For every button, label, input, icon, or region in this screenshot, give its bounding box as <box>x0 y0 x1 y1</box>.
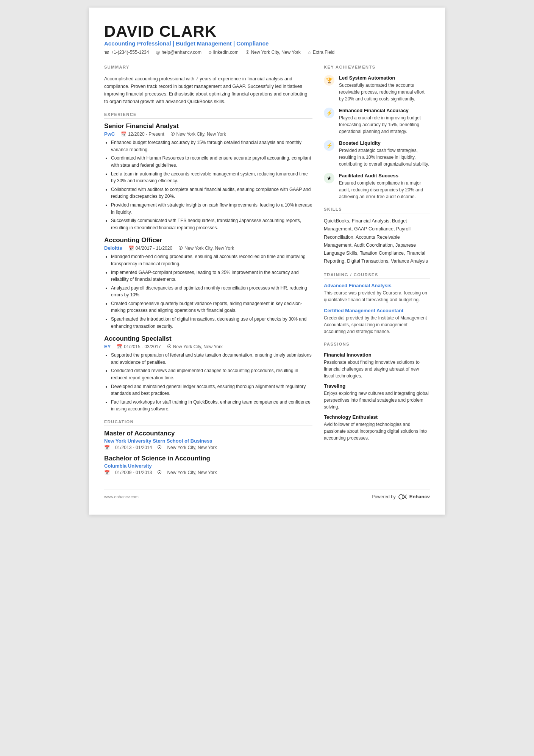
achievement-content-2: Boosted Liquidity Provided strategic cas… <box>339 140 430 167</box>
calendar-icon-0: 📅 <box>121 131 126 137</box>
pin-icon-2: ⦿ <box>167 344 172 349</box>
achievement-2: ⚡ Boosted Liquidity Provided strategic c… <box>324 140 430 167</box>
job-accounting-specialist: Accounting Specialist EY 📅 01/2015 - 03/… <box>104 335 312 413</box>
candidate-name: DAVID CLARK <box>104 23 430 40</box>
achievement-desc-3: Ensured complete compliance in a major a… <box>339 180 430 200</box>
achievement-desc-2: Provided strategic cash flow strategies,… <box>339 147 430 167</box>
job-meta-0: PwC 📅 12/2020 - Present ⦿ New York City,… <box>104 131 312 137</box>
passions-section: PASSIONS Financial Innovation Passionate… <box>324 342 430 441</box>
passion-desc-1: Enjoys exploring new cultures and integr… <box>324 390 430 410</box>
achievement-1: ⚡ Enhanced Financial Accuracy Played a c… <box>324 108 430 135</box>
bullet-item: Successfully communicated with TES headq… <box>111 217 312 231</box>
calendar-icon-1: 📅 <box>128 246 134 251</box>
education-section: EDUCATION Master of Accountancy New York… <box>104 419 312 475</box>
edu-degree-1: Bachelor of Science in Accounting <box>104 455 312 462</box>
achievement-title-3: Facilitated Audit Success <box>339 173 430 178</box>
skills-label: SKILLS <box>324 207 430 213</box>
bullet-item: Facilitated workshops for staff training… <box>111 399 312 413</box>
education-label: EDUCATION <box>104 419 312 426</box>
achievement-title-2: Boosted Liquidity <box>339 140 430 146</box>
job-senior-financial-analyst: Senior Financial Analyst PwC 📅 12/2020 -… <box>104 122 312 231</box>
passion-item-2: Technology Enthusiast Avid follower of e… <box>324 414 430 441</box>
bullet-item: Conducted detailed reviews and implement… <box>111 367 312 381</box>
email-value: help@enhancv.com <box>162 50 201 55</box>
achievements-label: KEY ACHIEVEMENTS <box>324 65 430 71</box>
passion-item-0: Financial Innovation Passionate about fi… <box>324 352 430 379</box>
edu-meta-1: 📅 01/2009 - 01/2013 ⦿ New York City, New… <box>104 470 312 475</box>
job-company-2: EY <box>104 344 111 349</box>
edu-item-0: Master of Accountancy New York Universit… <box>104 430 312 450</box>
job-location-1: ⦿ New York City, New York <box>178 246 234 251</box>
job-meta-2: EY 📅 01/2015 - 03/2017 ⦿ New York City, … <box>104 344 312 349</box>
passion-item-1: Traveling Enjoys exploring new cultures … <box>324 383 430 410</box>
bullet-item: Managed month-end closing procedures, en… <box>111 253 312 267</box>
job-location-2: ⦿ New York City, New York <box>167 344 223 349</box>
training-item-0: Advanced Financial Analysis This course … <box>324 283 430 303</box>
passion-name-2: Technology Enthusiast <box>324 414 430 420</box>
achievement-3: ★ Facilitated Audit Success Ensured comp… <box>324 173 430 200</box>
contact-bar: ☎ +1-(234)-555-1234 @ help@enhancv.com ⊘… <box>104 50 430 59</box>
pin-icon-0: ⦿ <box>170 131 175 137</box>
footer-brand: Powered by Enhancv <box>372 494 430 499</box>
edu-pin-icon-0: ⦿ <box>157 445 162 450</box>
bullet-item: Coordinated with Human Resources to reco… <box>111 155 312 169</box>
job-date-2: 📅 01/2015 - 03/2017 <box>117 344 161 349</box>
email-icon: @ <box>156 50 160 55</box>
phone-value: +1-(234)-555-1234 <box>111 50 149 55</box>
phone-contact: ☎ +1-(234)-555-1234 <box>104 50 149 55</box>
edu-date-0: 01/2013 - 01/2014 <box>115 445 152 450</box>
edu-calendar-icon-1: 📅 <box>104 470 110 475</box>
trophy-icon: 🏆 <box>324 75 334 86</box>
skills-text: QuickBooks, Financial Analysis, Budget M… <box>324 217 430 266</box>
bullet-item: Spearheaded the introduction of digital … <box>111 316 312 330</box>
content-area: SUMMARY Accomplished accounting professi… <box>104 65 430 482</box>
passion-name-0: Financial Innovation <box>324 352 430 358</box>
achievement-0: 🏆 Led System Automation Successfully aut… <box>324 75 430 102</box>
job-company-0: PwC <box>104 131 115 137</box>
edu-item-1: Bachelor of Science in Accounting Columb… <box>104 455 312 475</box>
bullet-item: Provided management with strategic insig… <box>111 202 312 216</box>
calendar-icon-2: 📅 <box>117 344 122 349</box>
experience-section: EXPERIENCE Senior Financial Analyst PwC … <box>104 112 312 413</box>
edu-school-1: Columbia University <box>104 463 312 469</box>
achievement-desc-1: Played a crucial role in improving budge… <box>339 114 430 135</box>
training-item-1: Certified Management Accountant Credenti… <box>324 308 430 335</box>
edu-pin-icon-1: ⦿ <box>157 470 162 475</box>
extra-icon: ☆ <box>308 50 311 55</box>
extra-value: Extra Field <box>313 50 334 55</box>
powered-by-text: Powered by <box>372 494 395 499</box>
email-contact: @ help@enhancv.com <box>156 50 201 55</box>
achievement-desc-0: Successfully automated the accounts rece… <box>339 82 430 102</box>
edu-location-1: New York City, New York <box>167 470 217 475</box>
edu-calendar-icon-0: 📅 <box>104 445 110 450</box>
bullet-item: Developed and maintained general ledger … <box>111 383 312 397</box>
job-title-2: Accounting Specialist <box>104 335 312 343</box>
bullet-item: Created comprehensive quarterly budget v… <box>111 300 312 314</box>
brand-name: Enhancv <box>409 494 430 499</box>
job-bullets-2: Supported the preparation of federal and… <box>104 352 312 413</box>
job-title-0: Senior Financial Analyst <box>104 122 312 130</box>
pin-icon-1: ⦿ <box>178 246 183 251</box>
passion-desc-0: Passionate about finding innovative solu… <box>324 359 430 379</box>
footer: www.enhancv.com Powered by Enhancv <box>104 490 430 499</box>
job-date-0: 📅 12/2020 - Present <box>121 131 164 137</box>
passion-name-1: Traveling <box>324 383 430 389</box>
summary-section: SUMMARY Accomplished accounting professi… <box>104 65 312 105</box>
footer-website: www.enhancv.com <box>104 495 139 499</box>
bolt-icon-2: ⚡ <box>324 140 334 151</box>
job-bullets-0: Enhanced budget forecasting accuracy by … <box>104 139 312 231</box>
job-bullets-1: Managed month-end closing procedures, en… <box>104 253 312 330</box>
location-icon: ⦿ <box>245 50 250 55</box>
achievement-title-0: Led System Automation <box>339 75 430 81</box>
enhancv-icon <box>398 494 407 499</box>
header: DAVID CLARK Accounting Professional | Bu… <box>104 23 430 59</box>
job-date-1: 📅 04/2017 - 11/2020 <box>128 246 172 251</box>
edu-date-1: 01/2009 - 01/2013 <box>115 470 152 475</box>
candidate-title: Accounting Professional | Budget Managem… <box>104 40 430 47</box>
achievement-content-1: Enhanced Financial Accuracy Played a cru… <box>339 108 430 135</box>
training-name-1: Certified Management Accountant <box>324 308 430 313</box>
job-meta-1: Deloitte 📅 04/2017 - 11/2020 ⦿ New York … <box>104 245 312 251</box>
training-section: TRAINING / COURSES Advanced Financial An… <box>324 272 430 335</box>
training-desc-0: This course was provided by Coursera, fo… <box>324 290 430 303</box>
passions-label: PASSIONS <box>324 342 430 348</box>
